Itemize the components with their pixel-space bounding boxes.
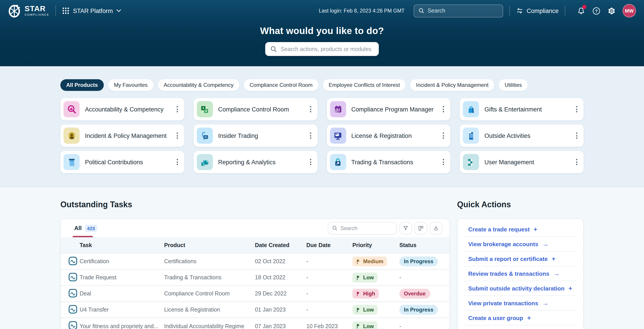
card-menu-button[interactable] bbox=[574, 131, 579, 141]
plus-icon: + bbox=[552, 256, 555, 262]
product-tile bbox=[330, 154, 346, 170]
task-row[interactable]: Deal Compliance Control Room 29 Dec 2022… bbox=[61, 285, 450, 302]
product-card-compliance-program-manager[interactable]: Compliance Program Manager bbox=[327, 98, 450, 120]
tab-all[interactable]: All 423 bbox=[74, 219, 97, 237]
product-card-accountability-competency[interactable]: Accountability & Competency bbox=[60, 98, 184, 120]
task-name: Deal bbox=[80, 285, 164, 302]
settings-button[interactable] bbox=[606, 5, 617, 17]
task-row[interactable]: Trade Request Trading & Transactions 18 … bbox=[61, 269, 450, 285]
product-card-insider-trading[interactable]: Insider Trading bbox=[194, 124, 318, 147]
role-switcher[interactable]: Compliance bbox=[516, 7, 558, 14]
task-product: License & Registration bbox=[164, 302, 255, 318]
hero-search-input[interactable] bbox=[281, 46, 374, 52]
filter-pill-utilities[interactable]: Utilities bbox=[499, 79, 528, 91]
main-section: Outstanding Tasks All 423 bbox=[0, 187, 644, 329]
header-product: Product bbox=[164, 237, 255, 253]
tasks-search[interactable] bbox=[328, 222, 397, 234]
compliance-program-manager-icon bbox=[333, 104, 343, 114]
product-label: Reporting & Analytics bbox=[218, 159, 308, 165]
task-date-created: 07 Jan 2023 bbox=[255, 318, 306, 329]
search-icon bbox=[270, 46, 276, 52]
quick-action-submit-outside-activity[interactable]: Submit outside activity declaration + bbox=[464, 281, 577, 296]
product-card-user-management[interactable]: User Management bbox=[460, 151, 584, 173]
card-menu-button[interactable] bbox=[574, 157, 579, 167]
filter-pill-incident-policy[interactable]: Incident & Policy Management bbox=[410, 79, 494, 91]
card-menu-button[interactable] bbox=[175, 131, 180, 141]
incident-policy-icon bbox=[66, 131, 77, 141]
task-row[interactable]: U4 Transfer License & Registration 01 Ja… bbox=[61, 302, 450, 318]
topbar-divider bbox=[509, 5, 510, 16]
notifications-button[interactable] bbox=[575, 5, 587, 17]
outstanding-tasks-column: Outstanding Tasks All 423 bbox=[60, 187, 450, 329]
quick-action-review-trades-transactions[interactable]: Review trades & transactions → bbox=[464, 266, 577, 281]
flag-icon bbox=[356, 259, 361, 264]
topbar-search[interactable] bbox=[414, 4, 503, 17]
product-card-trading-transactions[interactable]: Trading & Transactions bbox=[327, 151, 450, 173]
tab-all-label: All bbox=[74, 225, 82, 231]
task-name: Certification bbox=[80, 253, 164, 269]
product-tile bbox=[463, 154, 479, 170]
tab-all-count: 423 bbox=[85, 224, 97, 232]
card-menu-button[interactable] bbox=[175, 157, 180, 167]
flag-icon bbox=[356, 324, 361, 328]
topbar-search-input[interactable] bbox=[428, 8, 498, 14]
product-card-incident-policy[interactable]: Incident & Policy Management bbox=[60, 124, 184, 147]
card-menu-button[interactable] bbox=[308, 104, 313, 114]
tasks-search-input[interactable] bbox=[340, 225, 392, 231]
priority-badge: Low bbox=[352, 305, 378, 315]
quick-action-create-user-group[interactable]: Create a user group + bbox=[464, 311, 577, 325]
product-tile bbox=[197, 154, 213, 170]
product-tile bbox=[463, 128, 479, 144]
product-card-compliance-control-room[interactable]: Compliance Control Room bbox=[194, 98, 318, 120]
task-due-date: 10 Feb 2023 bbox=[306, 318, 352, 329]
download-button[interactable] bbox=[430, 222, 442, 234]
columns-icon bbox=[418, 225, 424, 231]
flag-icon bbox=[356, 307, 361, 312]
card-menu-button[interactable] bbox=[308, 157, 313, 167]
tasks-table-header: Task Product Date Created Due Date Prior… bbox=[61, 237, 450, 253]
filter-pill-my-favourites[interactable]: My Favourites bbox=[108, 79, 154, 91]
card-menu-button[interactable] bbox=[441, 104, 446, 114]
platform-switcher[interactable]: STAR Platform bbox=[62, 7, 122, 14]
task-row[interactable]: Certification Certifications 02 Oct 2022… bbox=[61, 253, 450, 269]
hero-search[interactable] bbox=[265, 42, 379, 56]
platform-label: STAR Platform bbox=[73, 8, 113, 14]
search-icon bbox=[332, 225, 337, 231]
product-card-reporting-analytics[interactable]: Reporting & Analytics bbox=[194, 151, 318, 173]
logo-line1: STAR bbox=[24, 5, 50, 13]
hero-section: STAR COMPLIANCE STAR Platform bbox=[0, 0, 644, 66]
filter-button[interactable] bbox=[399, 222, 412, 234]
card-menu-button[interactable] bbox=[441, 157, 446, 167]
card-menu-button[interactable] bbox=[308, 131, 313, 141]
product-card-outside-activities[interactable]: Outside Activities bbox=[460, 124, 584, 147]
quick-action-submit-report-certificate[interactable]: Submit a report or certificate + bbox=[464, 251, 577, 266]
gear-icon bbox=[607, 7, 616, 15]
product-card-gifts-entertainment[interactable]: Gifts & Entertainment bbox=[460, 98, 584, 120]
filter-pill-employee-conflicts[interactable]: Employee Conflicts of Interest bbox=[323, 79, 406, 91]
gifts-entertainment-icon bbox=[466, 104, 476, 114]
filter-pill-accountability-competency[interactable]: Accountability & Competency bbox=[158, 79, 239, 91]
app-grid-icon bbox=[62, 7, 70, 14]
filter-pill-all-products[interactable]: All Products bbox=[60, 79, 104, 91]
product-card-political-contributions[interactable]: Political Contributions bbox=[60, 151, 184, 173]
chevron-down-icon bbox=[116, 9, 122, 13]
task-activity-icon bbox=[68, 321, 77, 329]
card-menu-button[interactable] bbox=[175, 104, 180, 114]
insider-trading-icon bbox=[200, 131, 210, 141]
topbar-divider bbox=[565, 5, 565, 16]
card-menu-button[interactable] bbox=[574, 104, 579, 114]
logo-line2: COMPLIANCE bbox=[24, 14, 50, 17]
filter-pill-compliance-control-room[interactable]: Compliance Control Room bbox=[244, 79, 318, 91]
help-button[interactable]: ? bbox=[590, 5, 602, 17]
product-card-license-registration[interactable]: License & Registration bbox=[327, 124, 450, 147]
quick-action-view-brokerage-accounts[interactable]: View brokerage accounts → bbox=[464, 237, 577, 251]
quick-action-view-private-transactions[interactable]: View private transactions → bbox=[464, 296, 577, 311]
task-row[interactable]: Your fitness and propriety and... Indivi… bbox=[61, 318, 450, 329]
columns-button[interactable] bbox=[414, 222, 427, 234]
user-avatar[interactable]: MW bbox=[622, 4, 636, 18]
product-label: License & Registration bbox=[351, 132, 441, 139]
task-product: Individual Accountability Regime bbox=[164, 318, 255, 329]
card-menu-button[interactable] bbox=[441, 131, 446, 141]
flag-icon bbox=[356, 275, 361, 280]
quick-action-create-trade-request[interactable]: Create a trade request + bbox=[464, 222, 577, 237]
